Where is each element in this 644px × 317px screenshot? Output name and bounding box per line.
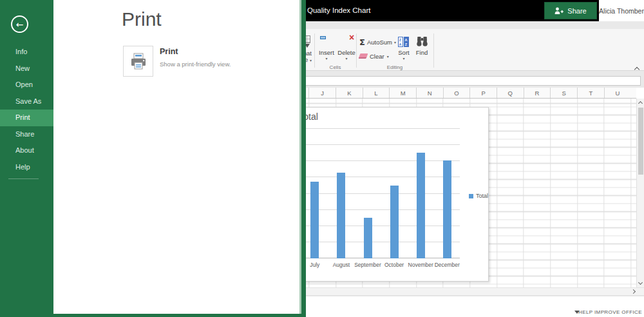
clear-button[interactable]: Clear ▾ (359, 52, 389, 61)
column-header-T[interactable]: T (577, 88, 604, 99)
document-title: Quality Index Chart (307, 0, 370, 21)
scroll-right-icon[interactable] (631, 289, 636, 294)
back-arrow-icon: ← (16, 19, 24, 30)
column-header-J[interactable]: J (308, 88, 336, 99)
cells-group-label: Cells (314, 64, 356, 70)
group-separator (433, 34, 434, 68)
binoculars-icon (416, 36, 428, 48)
column-header-L[interactable]: L (363, 88, 390, 99)
sort-button-label: Sort (398, 50, 409, 55)
delete-button-label: Delete (337, 50, 355, 55)
dropdown-caret-icon: ▾ (310, 59, 312, 62)
column-header-K[interactable]: K (336, 88, 363, 99)
find-button-label: Find (416, 50, 428, 55)
share-person-icon (554, 7, 564, 15)
printer-icon (129, 53, 148, 70)
bar-november (417, 153, 425, 258)
insert-button-label: Insert (319, 50, 334, 55)
print-option-title: Print (160, 47, 178, 56)
print-option-description: Show a print-friendly view. (160, 61, 231, 68)
help-improve-office-link[interactable]: HELP IMPROVE OFFICE (578, 309, 642, 315)
vertical-scroll-thumb[interactable] (638, 108, 643, 175)
share-button-label: Share (567, 7, 586, 15)
column-header-S[interactable]: S (550, 88, 577, 99)
back-button[interactable]: ← (11, 15, 28, 33)
page-title: Print (122, 8, 162, 30)
menu-divider (8, 178, 39, 179)
eraser-icon (359, 53, 368, 59)
backstage-menu-item-about[interactable]: About (0, 142, 53, 159)
dropdown-caret-icon: ▾ (345, 57, 347, 61)
scroll-down-icon[interactable] (638, 280, 643, 285)
sort-az-icon: ZAAZ (398, 37, 410, 48)
editing-group-label: Editing (356, 64, 433, 70)
share-button[interactable]: Share (544, 2, 597, 19)
dropdown-caret-icon: ▾ (325, 57, 327, 61)
backstage-menu-item-open[interactable]: Open (0, 77, 53, 93)
bar-august (337, 173, 345, 258)
insert-cells-icon (320, 36, 333, 48)
user-name[interactable]: Alicia Thomber (599, 0, 644, 21)
clear-button-label: Clear (370, 53, 384, 60)
backstage-menu: InfoNewOpenSave AsPrintShareAboutHelp (0, 44, 53, 175)
horizontal-scrollbar[interactable] (303, 287, 644, 296)
formula-bar-input[interactable] (303, 76, 641, 86)
sigma-icon: Σ (359, 37, 365, 47)
backstage-menu-item-print[interactable]: Print (0, 110, 53, 126)
bar-december (443, 160, 451, 258)
column-header-R[interactable]: R (524, 88, 551, 99)
legend-swatch-icon (469, 194, 473, 198)
autosum-button-label: AutoSum (367, 39, 392, 46)
backstage-menu-item-new[interactable]: New (0, 61, 53, 77)
column-header-O[interactable]: O (443, 88, 470, 99)
bar-october (390, 186, 399, 258)
column-header-P[interactable]: P (469, 88, 497, 99)
backstage-menu-item-info[interactable]: Info (0, 44, 53, 61)
print-action-button[interactable] (123, 46, 153, 77)
scroll-up-icon[interactable] (638, 101, 643, 106)
bar-july (310, 182, 319, 258)
excel-online-screen: Quality Index Chart Share Alicia Thomber… (0, 0, 644, 317)
column-header-M[interactable]: M (389, 88, 416, 99)
bar-september (364, 218, 372, 258)
dropdown-caret-icon: ▾ (387, 55, 389, 59)
legend-series-label: Total (476, 193, 488, 199)
column-header-N[interactable]: N (416, 88, 443, 99)
backstage-menu-item-share[interactable]: Share (0, 126, 53, 143)
backstage-menu-item-help[interactable]: Help (0, 159, 53, 176)
autosum-button[interactable]: Σ AutoSum ▾ (359, 37, 396, 47)
chart-legend: Total (469, 193, 488, 199)
backstage-menu-item-save-as[interactable]: Save As (0, 93, 53, 110)
backstage-content-panel: Print Print Show a print-friendly view. (53, 0, 301, 314)
column-headers: JKLMNOPQRSTU (303, 88, 636, 99)
column-header-U[interactable]: U (604, 88, 631, 99)
delete-cells-icon: × (340, 36, 353, 48)
x-axis-label-december: December (428, 262, 466, 268)
group-separator (314, 34, 315, 68)
column-header-Q[interactable]: Q (497, 88, 524, 99)
backstage-view: Print Print Show a print-friendly view. … (0, 0, 306, 317)
group-separator (356, 34, 357, 68)
vertical-scrollbar[interactable] (636, 99, 644, 287)
dropdown-caret-icon: ▾ (402, 57, 404, 61)
